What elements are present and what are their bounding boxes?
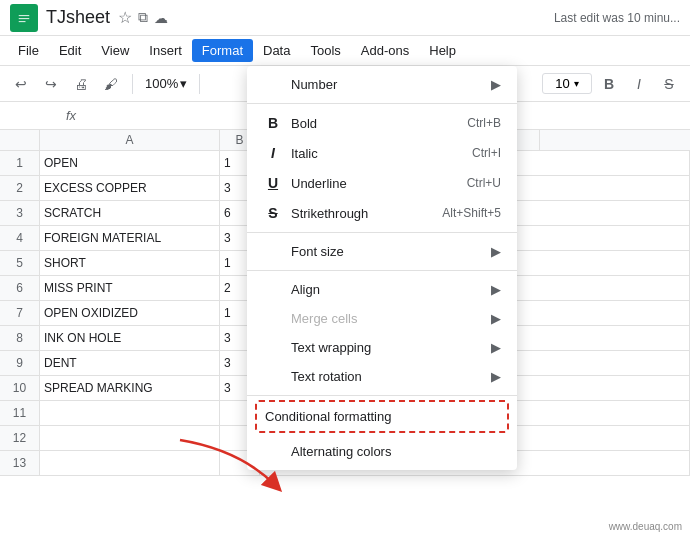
italic-icon: I <box>263 145 283 161</box>
bold-shortcut: Ctrl+B <box>467 116 501 130</box>
row-num-2: 2 <box>0 176 39 201</box>
cell-a5[interactable]: SHORT <box>40 251 220 275</box>
cell-a1[interactable]: OPEN <box>40 151 220 175</box>
row-num-1: 1 <box>0 151 39 176</box>
cell-a10[interactable]: SPREAD MARKING <box>40 376 220 400</box>
menu-text-rotation[interactable]: Text rotation ▶ <box>247 362 517 391</box>
italic-label: Italic <box>291 146 318 161</box>
paint-format-button[interactable]: 🖌 <box>98 71 124 97</box>
menu-bar: File Edit View Insert Format Data Tools … <box>0 36 690 66</box>
alternating-colors-label: Alternating colors <box>291 444 391 459</box>
cell-a8[interactable]: INK ON HOLE <box>40 326 220 350</box>
menu-tools[interactable]: Tools <box>300 39 350 62</box>
text-rotation-arrow: ▶ <box>491 369 501 384</box>
menu-text-wrapping[interactable]: Text wrapping ▶ <box>247 333 517 362</box>
menu-alternating-colors[interactable]: Alternating colors <box>247 437 517 466</box>
cloud-icon[interactable]: ☁ <box>154 10 168 26</box>
menu-font-size[interactable]: Font size ▶ <box>247 237 517 266</box>
svg-rect-3 <box>19 21 26 22</box>
zoom-value: 100% <box>145 76 178 91</box>
font-size-box[interactable]: 10 ▾ <box>542 73 592 94</box>
title-bar: TJsheet ☆ ⧉ ☁ Last edit was 10 minu... <box>0 0 690 36</box>
row-num-4: 4 <box>0 226 39 251</box>
bold-button[interactable]: B <box>596 71 622 97</box>
row-num-6: 6 <box>0 276 39 301</box>
number-arrow: ▶ <box>491 77 501 92</box>
cell-a9[interactable]: DENT <box>40 351 220 375</box>
history-icon[interactable]: ⧉ <box>138 9 148 26</box>
row-num-7: 7 <box>0 301 39 326</box>
menu-edit[interactable]: Edit <box>49 39 91 62</box>
zoom-select[interactable]: 100% ▾ <box>141 74 191 93</box>
menu-align[interactable]: Align ▶ <box>247 275 517 304</box>
menu-italic[interactable]: I Italic Ctrl+I <box>247 138 517 168</box>
menu-conditional-formatting[interactable]: Conditional formatting <box>255 400 509 433</box>
bold-label: Bold <box>291 116 317 131</box>
col-header-A[interactable]: A <box>40 130 220 150</box>
text-wrapping-label: Text wrapping <box>291 340 371 355</box>
row-num-12: 12 <box>0 426 39 451</box>
menu-insert[interactable]: Insert <box>139 39 192 62</box>
row-num-8: 8 <box>0 326 39 351</box>
align-arrow: ▶ <box>491 282 501 297</box>
menu-merge-cells[interactable]: Merge cells ▶ <box>247 304 517 333</box>
app-title: TJsheet <box>46 7 110 28</box>
row-numbers: 1 2 3 4 5 6 7 8 9 10 11 12 13 <box>0 151 40 476</box>
underline-label: Underline <box>291 176 347 191</box>
menu-view[interactable]: View <box>91 39 139 62</box>
italic-shortcut: Ctrl+I <box>472 146 501 160</box>
underline-shortcut: Ctrl+U <box>467 176 501 190</box>
toolbar-separator-1 <box>132 74 133 94</box>
cell-a2[interactable]: EXCESS COPPER <box>40 176 220 200</box>
menu-file[interactable]: File <box>8 39 49 62</box>
merge-label: Merge cells <box>291 311 357 326</box>
font-size-arrow: ▶ <box>491 244 501 259</box>
cell-a7[interactable]: OPEN OXIDIZED <box>40 301 220 325</box>
italic-button[interactable]: I <box>626 71 652 97</box>
zoom-dropdown-icon: ▾ <box>180 76 187 91</box>
strikethrough-button[interactable]: S <box>656 71 682 97</box>
text-rotation-label: Text rotation <box>291 369 362 384</box>
divider-1 <box>247 103 517 104</box>
underline-icon: U <box>263 175 283 191</box>
menu-help[interactable]: Help <box>419 39 466 62</box>
menu-format[interactable]: Format <box>192 39 253 62</box>
strikethrough-label: Strikethrough <box>291 206 368 221</box>
corner-header <box>0 130 40 150</box>
last-edit-text: Last edit was 10 minu... <box>554 11 680 25</box>
menu-underline[interactable]: U Underline Ctrl+U <box>247 168 517 198</box>
cell-a13[interactable] <box>40 451 220 475</box>
row-num-11: 11 <box>0 401 39 426</box>
menu-number[interactable]: Number ▶ <box>247 70 517 99</box>
undo-button[interactable]: ↩ <box>8 71 34 97</box>
svg-rect-2 <box>19 18 30 19</box>
toolbar-separator-2 <box>199 74 200 94</box>
font-size-label: Font size <box>291 244 344 259</box>
menu-bold[interactable]: B Bold Ctrl+B <box>247 108 517 138</box>
menu-addons[interactable]: Add-ons <box>351 39 419 62</box>
strikethrough-icon: S <box>263 205 283 221</box>
cell-a6[interactable]: MISS PRINT <box>40 276 220 300</box>
merge-arrow: ▶ <box>491 311 501 326</box>
font-size-value: 10 <box>555 76 569 91</box>
divider-2 <box>247 232 517 233</box>
cell-a11[interactable] <box>40 401 220 425</box>
strikethrough-shortcut: Alt+Shift+5 <box>442 206 501 220</box>
format-dropdown: Number ▶ B Bold Ctrl+B I Italic Ctrl+I U… <box>247 66 517 470</box>
redo-button[interactable]: ↪ <box>38 71 64 97</box>
row-num-5: 5 <box>0 251 39 276</box>
menu-data[interactable]: Data <box>253 39 300 62</box>
conditional-formatting-label: Conditional formatting <box>265 409 391 424</box>
menu-strikethrough[interactable]: S Strikethrough Alt+Shift+5 <box>247 198 517 228</box>
cell-a3[interactable]: SCRATCH <box>40 201 220 225</box>
divider-4 <box>247 395 517 396</box>
print-button[interactable]: 🖨 <box>68 71 94 97</box>
star-icon[interactable]: ☆ <box>118 8 132 27</box>
row-num-10: 10 <box>0 376 39 401</box>
svg-rect-1 <box>19 15 30 16</box>
cell-a12[interactable] <box>40 426 220 450</box>
fx-icon: fx <box>66 108 76 123</box>
align-label: Align <box>291 282 320 297</box>
cell-a4[interactable]: FOREIGN MATERIAL <box>40 226 220 250</box>
row-num-9: 9 <box>0 351 39 376</box>
